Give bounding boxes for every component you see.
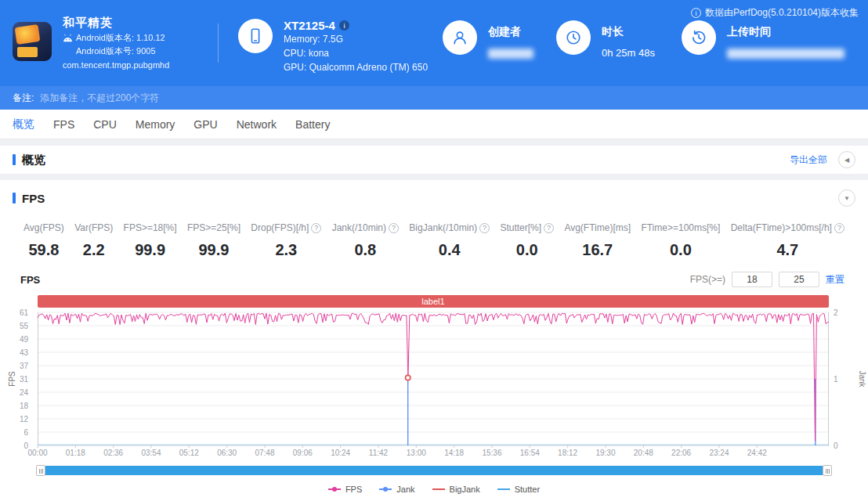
y-axis-right-labels: 012 <box>832 312 855 445</box>
tab-bar: 概览 FPS CPU Memory GPU Network Battery <box>0 110 868 139</box>
legend-item-stutter[interactable]: Stutter <box>497 485 540 494</box>
overview-collapse-button[interactable]: ◀ <box>838 151 855 168</box>
duration-group: 时长 0h 25m 48s <box>556 20 655 59</box>
metric-label: FPS>=25[%] <box>187 222 241 233</box>
metric-value: 0.0 <box>641 241 720 259</box>
fps-chart-canvas[interactable] <box>38 312 829 449</box>
person-icon <box>443 20 477 55</box>
x-tick-label: 19:30 <box>595 449 615 457</box>
metric-value: 0.4 <box>409 241 490 259</box>
creator-value-redacted <box>488 49 533 59</box>
metric-2: FPS>=18[%]99.9 <box>124 222 177 259</box>
legend-marker <box>379 488 392 490</box>
upload-label: 上传时间 <box>727 25 844 39</box>
x-tick-label: 02:36 <box>103 449 123 457</box>
fps-chart-title: FPS <box>20 274 40 286</box>
metric-7: Stutter[%]?0.0 <box>500 222 554 259</box>
fps-collapse-button[interactable]: ▼ <box>838 189 855 207</box>
fps-chart[interactable]: 06121824313743495561 012 FPS Jank <box>38 312 829 445</box>
chart-scrollbar[interactable] <box>38 466 830 475</box>
metric-label: Var(FPS) <box>74 222 113 233</box>
header-divider <box>218 23 219 63</box>
x-tick-label: 14:18 <box>444 449 464 457</box>
tab-fps[interactable]: FPS <box>53 118 74 131</box>
device-cpu: CPU: kona <box>284 46 428 60</box>
fps-threshold-low-input[interactable] <box>732 272 772 287</box>
legend-item-jank[interactable]: Jank <box>379 485 414 494</box>
package-name: com.tencent.tmgp.pubgmhd <box>63 59 169 71</box>
y-left-tick-label: 49 <box>20 335 28 344</box>
x-tick-label: 06:30 <box>217 449 237 457</box>
y-right-tick-label: 2 <box>834 308 838 317</box>
x-tick-label: 18:12 <box>558 449 577 457</box>
y-axis-left-name: FPS <box>8 371 16 386</box>
x-tick-label: 01:18 <box>66 449 85 457</box>
fps-threshold-high-input[interactable] <box>779 272 819 287</box>
y-left-tick-label: 55 <box>20 322 28 330</box>
metric-info-icon[interactable]: ? <box>389 223 399 233</box>
tab-cpu[interactable]: CPU <box>93 118 117 131</box>
upload-group: 上传时间 <box>682 20 844 59</box>
clock-icon <box>556 20 591 55</box>
y-left-tick-label: 61 <box>20 308 28 317</box>
metric-info-icon[interactable]: ? <box>311 223 321 233</box>
y-axis-right-name: Jank <box>858 370 866 387</box>
y-left-tick-label: 43 <box>20 348 28 357</box>
fps-section: FPS ▼ Avg(FPS)59.8Var(FPS)2.2FPS>=18[%]9… <box>0 180 868 501</box>
device-group: XT2125-4 i Memory: 7.5G CPU: kona GPU: Q… <box>238 19 428 74</box>
note-bar[interactable]: 备注: 添加备注，不超过200个字符 <box>0 86 868 110</box>
metric-6: BigJank(/10min)?0.4 <box>409 222 490 259</box>
tab-memory[interactable]: Memory <box>136 118 175 131</box>
tab-overview[interactable]: 概览 <box>13 117 34 132</box>
legend-label: FPS <box>345 485 362 494</box>
app-icon <box>13 22 52 61</box>
device-gpu: GPU: Qualcomm Adreno (TM) 650 <box>284 60 428 74</box>
fps-threshold-label: FPS(>=) <box>690 274 725 285</box>
metric-info-icon[interactable]: ? <box>544 223 554 233</box>
export-all-link[interactable]: 导出全部 <box>790 153 827 167</box>
metric-3: FPS>=25[%]99.9 <box>187 222 241 259</box>
chart-annotation-label1[interactable]: label1 <box>38 295 829 308</box>
tab-battery[interactable]: Battery <box>295 118 330 131</box>
y-left-tick-label: 24 <box>20 388 28 397</box>
scrollbar-right-handle[interactable] <box>823 465 832 476</box>
collect-note-text: 数据由PerfDog(5.0.210104)版本收集 <box>705 6 859 20</box>
header: 和平精英 Android版本名: 1.10.12 Android版本号: 900… <box>0 0 868 86</box>
scrollbar-left-handle[interactable] <box>36 465 45 476</box>
metric-label: Jank(/10min) <box>332 222 386 233</box>
y-left-tick-label: 37 <box>20 362 28 370</box>
legend-label: BigJank <box>450 485 480 494</box>
legend-item-fps[interactable]: FPS <box>328 485 362 494</box>
y-left-tick-label: 6 <box>24 428 28 437</box>
legend-label: Jank <box>396 485 414 494</box>
creator-label: 创建者 <box>488 25 533 39</box>
metric-label: FTime>=100ms[%] <box>641 222 720 233</box>
metric-info-icon[interactable]: ? <box>479 223 490 233</box>
device-info-icon[interactable]: i <box>339 20 349 31</box>
note-placeholder: 添加备注，不超过200个字符 <box>40 92 159 105</box>
fps-metrics: Avg(FPS)59.8Var(FPS)2.2FPS>=18[%]99.9FPS… <box>0 222 868 259</box>
metric-value: 59.8 <box>24 241 64 259</box>
metric-value: 2.2 <box>74 241 113 259</box>
metric-0: Avg(FPS)59.8 <box>24 222 64 259</box>
metric-info-icon[interactable]: ? <box>834 223 844 233</box>
legend-marker <box>432 488 445 490</box>
tab-network[interactable]: Network <box>237 118 277 131</box>
metric-label: Stutter[%] <box>500 222 541 233</box>
y-right-tick-label: 1 <box>834 375 838 384</box>
upload-value-redacted <box>727 49 844 59</box>
metric-label: BigJank(/10min) <box>409 222 477 233</box>
metric-8: Avg(FTime)[ms]16.7 <box>564 222 631 259</box>
legend-item-bigjank[interactable]: BigJank <box>432 485 480 494</box>
metric-1: Var(FPS)2.2 <box>74 222 113 259</box>
x-tick-label: 23:24 <box>709 449 729 457</box>
reset-link[interactable]: 重置 <box>826 273 844 287</box>
x-tick-label: 00:00 <box>27 449 47 457</box>
x-tick-label: 24:42 <box>747 449 767 457</box>
metric-value: 99.9 <box>124 241 177 259</box>
x-axis-labels: 00:0001:1802:3603:5405:1206:3007:4809:06… <box>38 445 829 458</box>
y-left-tick-label: 18 <box>20 402 28 410</box>
metric-label: FPS>=18[%] <box>124 222 177 233</box>
metric-10: Delta(FTime)>100ms[/h]?4.7 <box>731 222 844 259</box>
tab-gpu[interactable]: GPU <box>193 118 217 131</box>
